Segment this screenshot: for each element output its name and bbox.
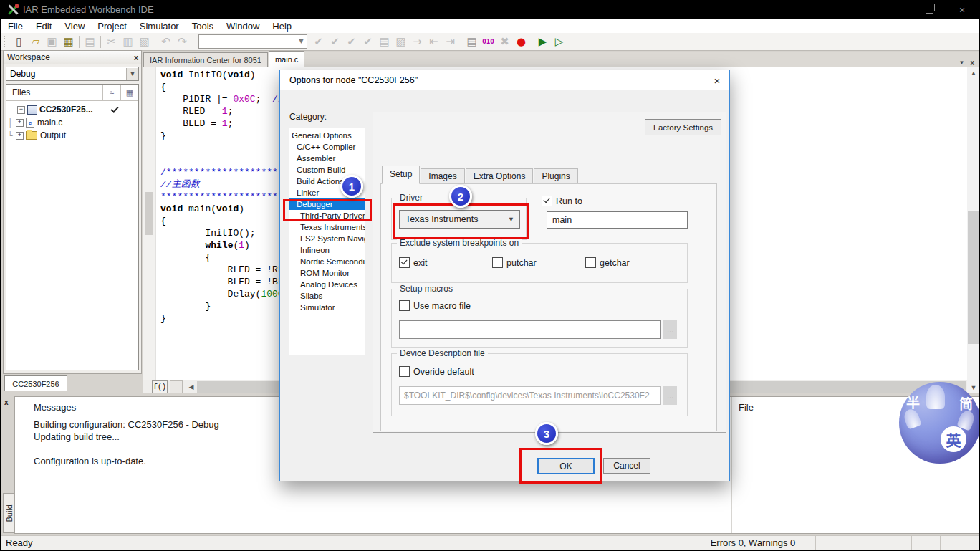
chevron-down-icon: ▼ — [126, 68, 138, 80]
cut-icon[interactable]: ✂ — [103, 34, 120, 49]
tree-node-cc2530f25-[interactable]: −CC2530F25... — [6, 103, 138, 116]
exclude-option-getchar[interactable]: getchar — [585, 257, 643, 268]
editor-vscrollbar[interactable]: ▲ ▼ — [967, 67, 980, 393]
menu-view[interactable]: View — [58, 21, 91, 32]
category-item-nordic-semiconductor[interactable]: Nordic Semiconductor — [289, 256, 365, 267]
override-default-row[interactable]: Overide default — [399, 366, 474, 377]
toggle-bookmark-icon[interactable]: ▨ — [393, 34, 409, 49]
menu-project[interactable]: Project — [91, 21, 133, 32]
hscroll-left-icon[interactable]: ◀ — [186, 381, 197, 393]
device-browse-button[interactable]: ... — [663, 386, 677, 405]
exclude-option-exit[interactable]: exit — [399, 257, 492, 268]
vscroll-thumb[interactable] — [968, 211, 979, 344]
category-item-silabs[interactable]: Silabs — [289, 290, 365, 302]
close-button[interactable]: × — [946, 0, 979, 19]
menu-help[interactable]: Help — [266, 21, 298, 32]
category-list[interactable]: General OptionsC/C++ CompilerAssemblerCu… — [289, 128, 365, 355]
use-macro-file-checkbox[interactable] — [399, 300, 410, 311]
vscroll-down-icon[interactable]: ▼ — [967, 381, 980, 393]
factory-settings-button[interactable]: Factory Settings — [645, 119, 721, 135]
open-file-icon[interactable]: ▱ — [27, 34, 44, 49]
function-list-button[interactable]: f() — [152, 380, 168, 393]
menu-window[interactable]: Window — [220, 21, 266, 32]
category-item-general-options[interactable]: General Options — [289, 130, 365, 141]
getchar-checkbox[interactable] — [585, 257, 596, 268]
goto-icon[interactable]: ▤ — [376, 34, 393, 49]
paste-icon[interactable]: ▧ — [136, 34, 153, 49]
download-and-debug-icon[interactable]: ▶ — [534, 34, 551, 49]
menu-edit[interactable]: Edit — [29, 21, 58, 32]
toggle-breakpoint-icon[interactable]: ● — [513, 34, 529, 49]
dialog-close-icon[interactable]: × — [705, 70, 729, 90]
category-item-c-c-compiler[interactable]: C/C++ Compiler — [289, 141, 365, 153]
tab-plugins[interactable]: Plugins — [534, 168, 577, 184]
exit-checkbox[interactable] — [399, 257, 410, 268]
find-icon[interactable]: ✔ — [310, 34, 327, 49]
tab-images[interactable]: Images — [421, 168, 464, 184]
editor-tab-main-c[interactable]: main.c — [269, 51, 304, 67]
category-item-rom-monitor[interactable]: ROM-Monitor — [289, 267, 365, 279]
tree-expander-icon[interactable]: + — [16, 132, 24, 140]
build-order-icon[interactable]: ≈ — [102, 85, 120, 100]
menu-simulator[interactable]: Simulator — [133, 21, 186, 32]
tab-setup[interactable]: Setup — [382, 166, 420, 184]
tree-node-output[interactable]: └+Output — [6, 129, 138, 142]
editor-tab-iar-information-center-for-8051[interactable]: IAR Information Center for 8051 — [143, 52, 268, 67]
category-item-simulator[interactable]: Simulator — [289, 302, 365, 313]
configuration-dropdown[interactable]: Debug ▼ — [6, 67, 139, 81]
output-column-icon[interactable]: ▦ — [120, 85, 138, 100]
vscroll-up-icon[interactable]: ▲ — [967, 67, 980, 79]
category-item-assembler[interactable]: Assembler — [289, 153, 365, 164]
category-item-infineon[interactable]: Infineon — [289, 244, 365, 256]
undo-icon[interactable]: ↶ — [158, 34, 174, 49]
navigate-forward-icon[interactable]: → — [409, 34, 426, 49]
restore-button[interactable] — [913, 0, 946, 19]
build-panel-close-icon[interactable]: x — [4, 398, 9, 406]
redo-icon[interactable]: ↷ — [174, 34, 191, 49]
run-to-input[interactable]: main — [547, 211, 688, 229]
override-default-checkbox[interactable] — [399, 366, 410, 377]
debug-without-downloading-icon[interactable]: ▷ — [551, 34, 567, 49]
putchar-checkbox[interactable] — [492, 257, 503, 268]
workspace-close-icon[interactable]: x — [134, 53, 138, 62]
menu-file[interactable]: File — [1, 21, 29, 32]
stop-build-icon[interactable]: ✖ — [496, 34, 513, 49]
find-previous-icon[interactable]: ✔ — [360, 34, 376, 49]
editor-extra-button[interactable] — [170, 380, 183, 393]
replace-icon[interactable]: ✔ — [327, 34, 343, 49]
tree-expander-icon[interactable]: + — [16, 119, 24, 127]
find-next-icon[interactable]: ✔ — [343, 34, 360, 49]
toolbar-search-combobox[interactable]: ▼ — [198, 34, 307, 49]
tree-node-main-c[interactable]: ├+cmain.c — [6, 116, 138, 129]
new-file-icon[interactable]: ▯ — [11, 34, 27, 49]
tab-close-icon[interactable]: x — [970, 59, 974, 67]
next-file-icon[interactable]: ⇥ — [442, 34, 458, 49]
menu-tools[interactable]: Tools — [186, 21, 220, 32]
tab-scroll-down-icon[interactable]: ▼ — [959, 59, 965, 66]
cancel-button[interactable]: Cancel — [603, 458, 650, 474]
category-item-custom-build[interactable]: Custom Build — [289, 164, 365, 176]
copy-icon[interactable]: ▥ — [120, 34, 136, 49]
putchar-label: putchar — [506, 258, 537, 268]
category-item-texas-instruments[interactable]: Texas Instruments — [289, 221, 365, 233]
exclude-option-putchar[interactable]: putchar — [492, 257, 549, 268]
category-item-analog-devices[interactable]: Analog Devices — [289, 279, 365, 290]
build-panel-tab[interactable]: Build — [3, 493, 15, 533]
run-to-checkbox-row[interactable]: Run to — [542, 196, 582, 206]
save-all-icon[interactable]: ▦ — [60, 34, 77, 49]
workspace-bottom-tab[interactable]: CC2530F256 — [4, 375, 67, 391]
category-item-fs2-system-navigator[interactable]: FS2 System Navigator — [289, 233, 365, 244]
print-icon[interactable]: ▤ — [82, 34, 98, 49]
compile-icon[interactable]: ▤ — [463, 34, 480, 49]
macro-browse-button[interactable]: ... — [663, 320, 677, 339]
tab-extra-options[interactable]: Extra Options — [466, 168, 534, 184]
make-icon[interactable]: 010 — [480, 34, 496, 49]
run-to-checkbox[interactable] — [542, 196, 552, 206]
minimize-button[interactable]: – — [880, 0, 913, 19]
tree-expander-icon[interactable]: − — [17, 106, 25, 114]
use-macro-file-row[interactable]: Use macro file — [399, 300, 471, 311]
macro-file-input[interactable] — [399, 320, 661, 339]
device-file-input[interactable]: $TOOLKIT_DIR$\config\devices\Texas Instr… — [399, 386, 661, 405]
save-icon[interactable]: ▣ — [44, 34, 60, 49]
previous-file-icon[interactable]: ⇤ — [426, 34, 442, 49]
